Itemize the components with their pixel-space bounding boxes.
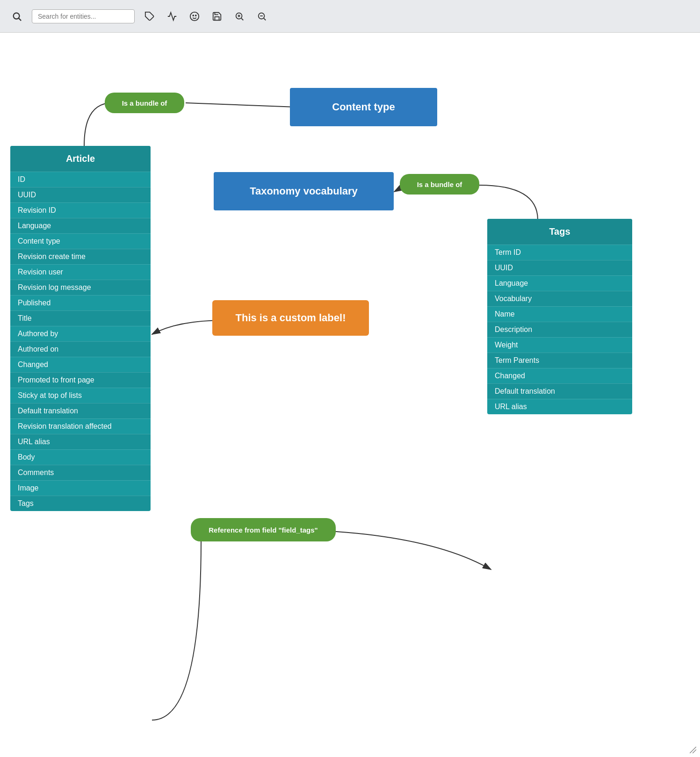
reference-label-node[interactable]: Reference from field "field_tags" <box>191 518 336 541</box>
svg-point-2 <box>190 12 199 20</box>
save-icon[interactable] <box>209 9 224 24</box>
analytics-icon[interactable] <box>165 9 180 24</box>
table-row: Term ID <box>487 245 632 260</box>
svg-point-0 <box>14 13 20 19</box>
search-input[interactable] <box>32 9 135 23</box>
table-row: Revision translation affected <box>10 418 151 434</box>
custom-label-node[interactable]: This is a custom label! <box>212 300 369 336</box>
zoom-in-icon[interactable] <box>232 9 247 24</box>
tags-card-title: Tags <box>487 219 632 245</box>
table-row: Weight <box>487 337 632 353</box>
table-row: URL alias <box>487 399 632 414</box>
toolbar <box>0 0 700 33</box>
table-row: Term Parents <box>487 353 632 368</box>
table-row: Revision ID <box>10 202 151 218</box>
svg-line-10 <box>264 18 266 20</box>
search-icon[interactable] <box>9 9 24 24</box>
table-row: Vocabulary <box>487 291 632 306</box>
table-row: Authored on <box>10 341 151 357</box>
table-row: Language <box>487 275 632 291</box>
svg-line-6 <box>241 18 243 20</box>
table-row: URL alias <box>10 434 151 449</box>
table-row: Changed <box>10 357 151 372</box>
table-row: Content type <box>10 233 151 249</box>
table-row: Authored by <box>10 326 151 341</box>
label-icon[interactable] <box>142 9 157 24</box>
is-bundle-of-label-1[interactable]: Is a bundle of <box>105 93 184 113</box>
article-card[interactable]: Article ID UUID Revision ID Language Con… <box>10 146 151 511</box>
table-row: Body <box>10 449 151 465</box>
table-row: Revision log message <box>10 280 151 295</box>
table-row: Published <box>10 295 151 310</box>
is-bundle-of-label-2[interactable]: Is a bundle of <box>400 174 479 195</box>
table-row: Title <box>10 310 151 326</box>
article-card-title: Article <box>10 146 151 172</box>
table-row: UUID <box>10 187 151 202</box>
face-icon[interactable] <box>187 9 202 24</box>
svg-line-15 <box>690 747 696 753</box>
tags-card[interactable]: Tags Term ID UUID Language Vocabulary Na… <box>487 219 632 414</box>
table-row: Comments <box>10 465 151 480</box>
table-row: UUID <box>487 260 632 275</box>
table-row: Changed <box>487 368 632 383</box>
table-row: Description <box>487 322 632 337</box>
table-row: Name <box>487 306 632 322</box>
table-row: Revision user <box>10 264 151 280</box>
svg-line-1 <box>19 18 21 21</box>
content-type-node[interactable]: Content type <box>290 88 437 126</box>
canvas: Content type Taxonomy vocabulary Is a bu… <box>0 33 700 757</box>
table-row: Language <box>10 218 151 233</box>
table-row: Default translation <box>10 403 151 418</box>
table-row: Default translation <box>487 383 632 399</box>
table-row: Promoted to front page <box>10 372 151 388</box>
resize-handle[interactable] <box>690 747 696 753</box>
table-row: Sticky at top of lists <box>10 388 151 403</box>
taxonomy-vocabulary-node[interactable]: Taxonomy vocabulary <box>214 172 394 210</box>
svg-point-3 <box>193 15 194 16</box>
table-row: Image <box>10 480 151 496</box>
table-row: Revision create time <box>10 249 151 264</box>
table-row: ID <box>10 172 151 187</box>
zoom-out-icon[interactable] <box>254 9 269 24</box>
table-row: Tags <box>10 496 151 511</box>
svg-point-4 <box>195 15 196 16</box>
